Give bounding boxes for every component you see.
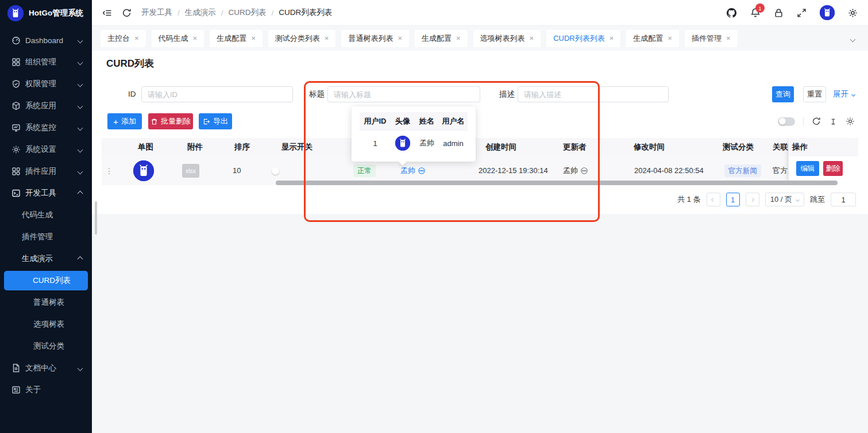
sidebar-item-system-settings[interactable]: 系统设置 (0, 139, 92, 160)
tab-code-gen[interactable]: 代码生成× (152, 30, 205, 47)
sidebar-item-org[interactable]: 组织管理 (0, 51, 92, 73)
desc-field-label: 描述 (499, 86, 515, 102)
tab-plugin-manage[interactable]: 插件管理× (685, 30, 738, 47)
tab-test-category-list[interactable]: 测试分类列表× (268, 30, 336, 47)
col-header-display-switch[interactable]: 显示开关 (281, 138, 313, 156)
expand-filters-link[interactable]: 展开 (833, 86, 855, 102)
sidebar-item-curd-list[interactable]: CURD列表 (4, 271, 88, 290)
page-title: CURD列表 (106, 57, 154, 70)
row-image-thumbnail[interactable] (133, 160, 154, 181)
close-icon[interactable]: × (530, 35, 534, 42)
tab-cudr-list-list[interactable]: CUDR列表列表× (546, 30, 620, 47)
sidebar-item-plugin-manage[interactable]: 插件管理 (0, 226, 92, 248)
plugin-grid-icon (11, 167, 21, 176)
close-icon[interactable]: × (193, 35, 198, 42)
title-input[interactable] (327, 86, 480, 102)
lock-screen-icon[interactable] (774, 8, 784, 18)
next-page-button[interactable] (746, 193, 759, 206)
sidebar-item-system-monitor[interactable]: 系统监控 (0, 117, 92, 139)
info-frame-icon (11, 385, 21, 394)
sidebar-item-option-tree[interactable]: 选项树表 (0, 313, 92, 335)
tab-gen-config-2[interactable]: 生成配置× (415, 30, 468, 47)
close-icon[interactable]: × (251, 35, 256, 42)
col-header-updated-at[interactable]: 修改时间 (634, 138, 665, 156)
col-header-sort[interactable]: 排序 (234, 138, 250, 156)
col-header-related-category[interactable]: 关联分 (773, 138, 788, 156)
desc-input[interactable] (518, 86, 669, 102)
tab-option-tree-list[interactable]: 选项树表列表× (473, 30, 541, 47)
sidebar-item-code-gen[interactable]: 代码生成 (0, 204, 92, 226)
sidebar-item-normal-tree[interactable]: 普通树表 (0, 292, 92, 313)
prev-page-button[interactable] (707, 193, 720, 206)
cube-icon (11, 101, 21, 110)
row-attachment-badge[interactable]: xlsx (182, 164, 199, 178)
page-size-select[interactable]: 10 / 页 (765, 193, 804, 206)
col-header-test-category[interactable]: 测试分类 (723, 138, 754, 156)
breadcrumb-item[interactable]: 开发工具 (141, 7, 172, 18)
tab-console[interactable]: 主控台× (101, 30, 146, 47)
edit-button[interactable]: 编辑 (796, 161, 819, 176)
table-tools (778, 113, 855, 129)
col-header-created-at[interactable]: 创建时间 (485, 138, 516, 156)
tab-gen-config-3[interactable]: 生成配置× (626, 30, 679, 47)
settings-gear-icon[interactable] (848, 8, 858, 18)
github-icon[interactable] (726, 7, 737, 18)
close-icon[interactable]: × (398, 35, 402, 42)
close-icon[interactable]: × (456, 35, 461, 42)
sidebar-item-doc-center[interactable]: 文档中心 (0, 357, 92, 379)
add-button[interactable]: +添加 (107, 113, 142, 129)
tab-gen-config-1[interactable]: 生成配置× (210, 30, 263, 47)
divider (803, 117, 804, 125)
sidebar-item-about[interactable]: 关于 (0, 379, 92, 401)
close-icon[interactable]: × (134, 35, 139, 42)
reset-button[interactable]: 重置 (803, 86, 826, 102)
col-header-updater[interactable]: 更新者 (563, 138, 587, 156)
refresh-icon[interactable] (122, 8, 132, 18)
sidebar-scrollbar-thumb[interactable] (95, 201, 97, 235)
sidebar-item-test-category[interactable]: 测试分类 (0, 335, 92, 357)
notifications-button[interactable]: 1 (750, 7, 761, 18)
close-icon[interactable]: × (668, 35, 672, 42)
hotgo-logo-icon (7, 5, 24, 21)
sidebar-item-dev-tools[interactable]: 开发工具 (0, 182, 92, 204)
breadcrumb-separator: / (272, 9, 274, 17)
delete-button[interactable]: 删除 (823, 161, 843, 176)
pagination: 共 1 条 1 10 / 页 跳至 (677, 193, 856, 206)
table-settings-icon[interactable] (846, 117, 855, 126)
col-header-attachment[interactable]: 附件 (187, 138, 203, 156)
breadcrumb-item[interactable]: CURD列表 (229, 7, 267, 18)
close-icon[interactable]: × (609, 35, 614, 42)
jump-to-input[interactable] (831, 193, 856, 206)
batch-delete-button[interactable]: 批量删除 (148, 113, 193, 129)
col-header-image[interactable]: 单图 (138, 138, 153, 156)
id-input[interactable] (141, 86, 293, 102)
popover-header-row: 用户ID 头像 姓名 用户名 (360, 112, 468, 131)
table-refresh-icon[interactable] (812, 117, 821, 126)
close-icon[interactable]: × (726, 35, 731, 42)
table-density-icon[interactable] (829, 117, 838, 126)
sidebar-collapse-icon[interactable] (102, 8, 112, 18)
content: CURD列表 ID 标题 描述 查询 重置 展开 +添加 批量删除 导出 (92, 51, 868, 433)
sidebar-item-plugin-app[interactable]: 插件应用 (0, 160, 92, 182)
sidebar-item-gen-demo[interactable]: 生成演示 (0, 248, 92, 270)
table-option-toggle[interactable] (778, 117, 795, 126)
close-icon[interactable]: × (325, 35, 329, 42)
page-1-button[interactable]: 1 (726, 193, 740, 206)
drag-handle[interactable]: ⋮ (105, 156, 113, 185)
more-circle-icon (580, 167, 588, 175)
col-header-actions[interactable]: 操作 (789, 138, 858, 156)
sidebar-item-dashboard[interactable]: Dashboard (0, 29, 92, 51)
app-logo-row[interactable]: HotGo管理系统 (0, 0, 92, 26)
user-avatar[interactable] (820, 5, 835, 20)
sidebar-item-permission[interactable]: 权限管理 (0, 73, 92, 95)
search-button[interactable]: 查询 (772, 86, 794, 102)
export-button[interactable]: 导出 (199, 113, 232, 129)
row-status-tag: 正常 (353, 164, 376, 177)
sidebar-item-system-app[interactable]: 系统应用 (0, 95, 92, 117)
app-root: HotGo管理系统 Dashboard 组织管理 权限管理 系统应用 (0, 0, 868, 433)
tabbar-dropdown-chevron[interactable] (851, 33, 859, 44)
fullscreen-icon[interactable] (797, 8, 807, 18)
tab-normal-tree-list[interactable]: 普通树表列表× (341, 30, 409, 47)
breadcrumb-item[interactable]: 生成演示 (185, 7, 216, 18)
table-horizontal-scrollbar[interactable] (276, 181, 838, 185)
